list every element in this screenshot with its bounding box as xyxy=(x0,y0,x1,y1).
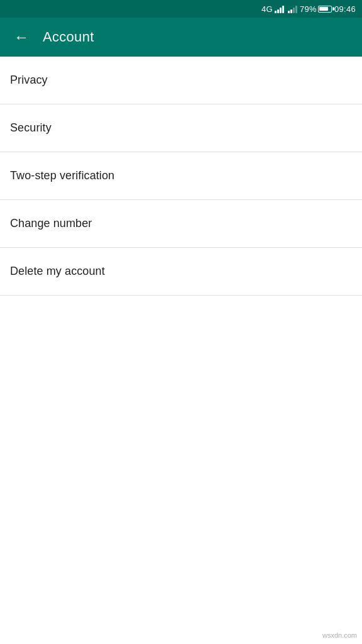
signal-bars-1 xyxy=(275,4,284,13)
signal-indicator: 4G xyxy=(261,4,297,14)
battery-fill xyxy=(319,7,327,11)
menu-item-label-privacy: Privacy xyxy=(10,74,48,87)
back-icon: ← xyxy=(14,28,29,46)
menu-item-label-security: Security xyxy=(10,121,52,135)
menu-item-delete-account[interactable]: Delete my account xyxy=(0,248,362,296)
battery-indicator: 79% xyxy=(300,4,332,14)
menu-item-privacy[interactable]: Privacy xyxy=(0,57,362,104)
status-bar: 4G 79% 09:46 xyxy=(0,0,362,18)
battery-percent: 79% xyxy=(300,4,317,14)
menu-item-label-delete-account: Delete my account xyxy=(10,265,105,278)
signal-bars-2 xyxy=(288,4,297,13)
menu-item-label-two-step-verification: Two-step verification xyxy=(10,169,114,182)
page-title: Account xyxy=(43,29,94,45)
menu-item-security[interactable]: Security xyxy=(0,104,362,152)
network-type: 4G xyxy=(261,4,273,14)
app-toolbar: ← Account xyxy=(0,18,362,57)
account-menu-list: PrivacySecurityTwo-step verificationChan… xyxy=(0,57,362,296)
menu-item-label-change-number: Change number xyxy=(10,217,92,230)
menu-item-two-step-verification[interactable]: Two-step verification xyxy=(0,152,362,200)
watermark: wsxdn.com xyxy=(322,631,357,639)
menu-item-change-number[interactable]: Change number xyxy=(0,200,362,248)
battery-icon xyxy=(318,6,332,13)
time-display: 09:46 xyxy=(334,4,356,14)
back-button[interactable]: ← xyxy=(10,26,33,48)
